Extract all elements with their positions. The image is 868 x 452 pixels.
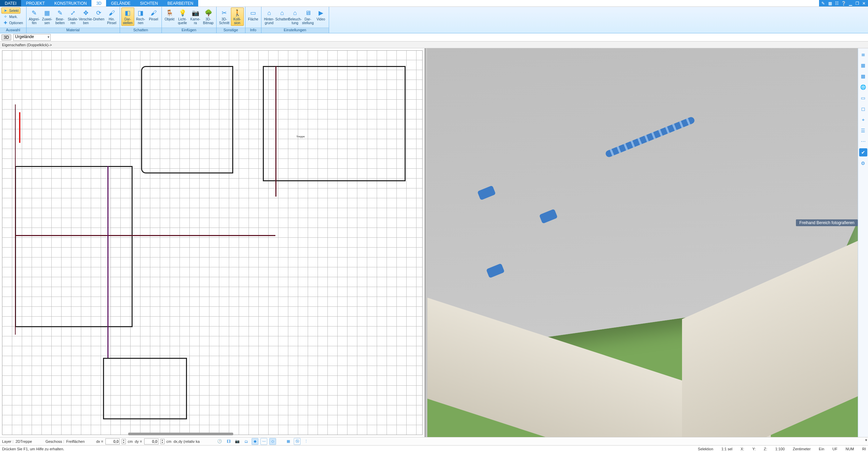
plan-view-2d[interactable]: Treppe xyxy=(0,48,425,437)
terrain-combo[interactable]: Urgelände xyxy=(13,34,51,41)
status-bar: Drücken Sie F1, um Hilfe zu erhalten. Se… xyxy=(0,445,868,452)
snap-toggle-3[interactable]: ◇ xyxy=(269,438,276,445)
close-icon[interactable]: ✕ xyxy=(861,1,867,6)
ribbon-btn-0-2[interactable]: ✚Optionen xyxy=(1,20,25,26)
select-icon[interactable]: ◻ xyxy=(859,105,867,113)
view-3d[interactable]: Freihand Bereich fotografieren xyxy=(425,48,868,437)
verschie-ben-icon: ✥ xyxy=(82,9,90,17)
drehen-icon: ⟳ xyxy=(95,9,103,17)
menu-3d[interactable]: 3D xyxy=(91,0,106,6)
coord-mode-combo[interactable]: dx,dy (relativ ka xyxy=(173,439,207,443)
dy-input[interactable] xyxy=(144,438,158,445)
panel-icon[interactable]: ▭ xyxy=(859,94,867,102)
status-scale: 1:100 xyxy=(775,447,785,451)
plan-canvas[interactable]: Treppe xyxy=(2,50,423,435)
ribbon-group-title: Material xyxy=(27,28,120,33)
menu-dots-icon[interactable]: ⋮ xyxy=(303,438,309,445)
tool-icon-1[interactable]: ✎ xyxy=(820,1,826,6)
dx-spinner[interactable]: ▲▼ xyxy=(122,439,126,444)
materials-icon[interactable]: ▦ xyxy=(859,61,867,69)
ribbon-btn-6-3[interactable]: 🖥Dar- stellung xyxy=(302,7,314,26)
menu-gelaende[interactable]: GELÄNDE xyxy=(106,0,135,6)
ribbon-btn-3-1[interactable]: 💡Licht- quelle xyxy=(176,7,189,26)
menu-bearbeiten[interactable]: BEARBEITEN xyxy=(163,0,198,6)
tooltip-3d: Freihand Bereich fotografieren xyxy=(796,219,858,226)
ribbon-group-0: ➤Selekt✧Mark.✚OptionenAuswahl xyxy=(0,7,27,33)
check-icon[interactable]: ✔ xyxy=(859,148,867,156)
restore-icon[interactable]: ❐ xyxy=(854,1,860,6)
ribbon-btn-1-4[interactable]: ✥Verschie- ben xyxy=(80,7,92,26)
clock-icon[interactable]: 🕑 xyxy=(216,438,223,445)
ribbon-btn-0-0[interactable]: ➤Selekt xyxy=(1,7,20,14)
ribbon-btn-1-6[interactable]: 🖌Hin. Pinsel xyxy=(105,7,118,26)
tool-icon-3[interactable]: ☷ xyxy=(834,1,839,6)
stack-icon[interactable]: 🗂 xyxy=(243,438,250,445)
story-combo[interactable]: Freiflächen xyxy=(66,439,94,443)
ribbon-btn-label: Zuwei- sen xyxy=(42,17,52,25)
menu-datei[interactable]: DATEI xyxy=(0,0,21,6)
plan-scroll-horizontal[interactable] xyxy=(128,433,233,435)
ribbon-btn-6-4[interactable]: ▶Video xyxy=(314,7,327,22)
snap-toggle-2[interactable]: 〰 xyxy=(260,438,267,445)
3d-bitmap-icon: 🌳 xyxy=(204,9,213,17)
minimize-icon[interactable]: ▁ xyxy=(848,1,853,6)
ribbon-btn-1-1[interactable]: ▦Zuwei- sen xyxy=(41,7,54,26)
north-icon[interactable]: Ⓝ xyxy=(294,438,301,445)
dx-input[interactable] xyxy=(105,438,120,445)
menu-konstruktion[interactable]: KONSTRUKTION xyxy=(50,0,91,6)
snap-toggle-1[interactable]: ◆ xyxy=(252,438,258,445)
measure-icon[interactable]: ☰ xyxy=(859,127,867,135)
ribbon-btn-0-1[interactable]: ✧Mark. xyxy=(1,14,19,20)
camera-icon[interactable]: 📷 xyxy=(234,438,241,445)
tool-icon-2[interactable]: ▦ xyxy=(827,1,833,6)
ribbon-group-3: 🪑Objekt💡Licht- quelle📷Kame- ra🌳3D- Bitma… xyxy=(162,7,217,33)
ribbon-btn-label: Hinter- grund xyxy=(264,17,274,25)
abgrei-fen-icon: ✎ xyxy=(30,9,39,17)
ribbon-btn-3-3[interactable]: 🌳3D- Bitmap xyxy=(202,7,215,26)
texture-icon[interactable]: ▩ xyxy=(859,72,867,80)
status-rf: RI xyxy=(862,447,866,451)
layer-combo[interactable]: 2DTreppe xyxy=(16,439,44,443)
menu-projekt[interactable]: PROJEKT xyxy=(21,0,49,6)
video-icon: ▶ xyxy=(317,9,325,17)
ribbon-btn-1-3[interactable]: ⤢Skalie- ren xyxy=(67,7,80,26)
snap-icon[interactable]: ⌖ xyxy=(859,116,867,124)
ribbon-btn-2-2[interactable]: 🖌Pinsel xyxy=(147,7,160,22)
ribbon-btn-label: Objekt xyxy=(165,17,174,21)
ribbon-btn-6-1[interactable]: ⌂Schatten xyxy=(276,7,289,22)
ribbon-btn-3-0[interactable]: 🪑Objekt xyxy=(163,7,176,22)
ribbon-group-title: Sonstige xyxy=(217,28,245,33)
ribbon-btn-4-1[interactable]: 🚶Kolli- sion xyxy=(231,7,244,26)
ribbon-btn-5-0[interactable]: ▭Fläche xyxy=(247,7,260,22)
status-z: Z: xyxy=(764,447,767,451)
bear-beiten-icon: ✎ xyxy=(56,9,65,17)
film-icon[interactable]: 🎞 xyxy=(225,438,232,445)
ribbon-btn-6-2[interactable]: ⌂Beleuch- tung xyxy=(289,7,302,26)
ribbon-btn-3-2[interactable]: 📷Kame- ra xyxy=(189,7,202,26)
dy-spinner[interactable]: ▲▼ xyxy=(160,439,165,444)
settings-icon[interactable]: ⚙ xyxy=(859,159,867,167)
grid-icon[interactable]: ▦ xyxy=(285,438,292,445)
menu-sichten[interactable]: SICHTEN xyxy=(135,0,163,6)
more-icon[interactable]: ⋯ xyxy=(859,137,867,146)
ribbon-btn-6-0[interactable]: ⌂Hinter- grund xyxy=(263,7,276,26)
ribbon-btn-label: Dar- stellen xyxy=(123,17,133,25)
layers-icon[interactable]: ≣ xyxy=(859,50,867,58)
ribbon-btn-2-0[interactable]: ◧Dar- stellen xyxy=(121,7,134,26)
ribbon-btn-1-0[interactable]: ✎Abgrei- fen xyxy=(28,7,41,26)
dx-label: dx = xyxy=(96,439,103,443)
menu-bar: DATEI PROJEKT KONSTRUKTION 3D GELÄNDE SI… xyxy=(0,0,868,7)
help-icon[interactable]: ❔ xyxy=(841,1,846,6)
ribbon-btn-1-5[interactable]: ⟳Drehen xyxy=(92,7,105,22)
rech-nen-icon: ◨ xyxy=(136,9,145,17)
view-splitter[interactable] xyxy=(425,48,427,437)
status-num: NUM xyxy=(846,447,854,451)
ribbon-btn-4-0[interactable]: ✂3D- Schnitt xyxy=(218,7,231,26)
ribbon-btn-2-1[interactable]: ◨Rech- nen xyxy=(134,7,147,26)
ribbon-btn-label: Dar- stellung xyxy=(302,17,313,25)
ribbon-btn-label: Beleuch- tung xyxy=(288,17,302,25)
ribbon-btn-label: Video xyxy=(317,17,325,21)
globe-icon[interactable]: 🌐 xyxy=(859,83,867,91)
ribbon-btn-1-2[interactable]: ✎Bear- beiten xyxy=(54,7,67,26)
titlebar-controls: ✎ ▦ ☷ ❔ ▁ ❐ ✕ xyxy=(819,0,868,6)
